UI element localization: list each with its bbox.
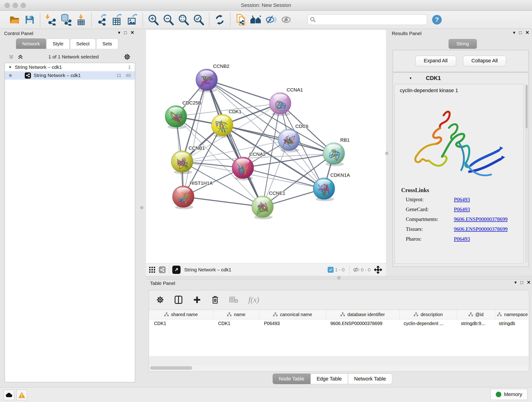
help-button[interactable]: ? bbox=[432, 15, 442, 25]
expand-all-button[interactable]: Expand All bbox=[415, 56, 456, 66]
results-panel-menu-caret-icon[interactable]: ▾ bbox=[513, 30, 515, 35]
birdseye-view-icon[interactable] bbox=[149, 267, 155, 273]
table-horizontal-scrollbar[interactable] bbox=[149, 366, 528, 370]
control-panel-menu-caret-icon[interactable]: ▾ bbox=[118, 30, 120, 35]
tab-edge-table[interactable]: Edge Table bbox=[310, 374, 348, 384]
collection-caret-icon[interactable]: ▼ bbox=[8, 65, 12, 69]
network-options-gear-icon[interactable] bbox=[124, 53, 131, 60]
collapse-all-networks-icon[interactable] bbox=[8, 54, 14, 60]
table-panel-close-icon[interactable]: ✕ bbox=[527, 280, 531, 285]
export-image-button[interactable] bbox=[126, 14, 138, 26]
memory-button[interactable]: Memory bbox=[491, 389, 527, 400]
table-row[interactable]: CDK1CDK1P064939606.ENSP00000378699cyclin… bbox=[149, 319, 529, 327]
expand-all-networks-icon[interactable] bbox=[17, 54, 23, 60]
open-session-button[interactable] bbox=[8, 14, 20, 26]
table-cell[interactable]: CDK1 bbox=[149, 321, 213, 326]
control-panel-float-icon[interactable]: □ bbox=[124, 30, 127, 35]
results-scrollbar[interactable] bbox=[525, 85, 528, 263]
table-cell[interactable]: CDK1 bbox=[213, 321, 259, 326]
warnings-button[interactable] bbox=[17, 390, 27, 400]
network-node-ccnb2[interactable]: CCNB2 bbox=[196, 64, 229, 92]
table-cell[interactable]: stringdb:9... bbox=[456, 321, 494, 326]
collapse-all-button[interactable]: Collapse All bbox=[463, 56, 506, 66]
network-edges[interactable] bbox=[176, 80, 334, 207]
gene-entry-body: cyclin-dependent kinase 1 bbox=[394, 84, 524, 264]
export-network-button[interactable] bbox=[96, 14, 108, 26]
hidden-eye-slash-icon[interactable] bbox=[353, 266, 360, 273]
delete-table-icon[interactable] bbox=[229, 296, 238, 303]
crosslink-pharos-link[interactable]: P06493 bbox=[454, 236, 470, 242]
network-node-cdkn1a[interactable]: CDKN1A bbox=[313, 172, 350, 201]
gene-entry-header[interactable]: ▼ CDK1 bbox=[393, 73, 529, 84]
save-session-button[interactable] bbox=[24, 14, 36, 26]
import-network-file-button[interactable] bbox=[45, 14, 57, 26]
network-node-cdk1[interactable]: CDK1 bbox=[211, 109, 241, 138]
network-node-ccnb1[interactable]: CCNB1 bbox=[171, 145, 205, 174]
tab-string[interactable]: String bbox=[449, 39, 477, 49]
cloud-status-button[interactable] bbox=[4, 390, 14, 400]
network-node-rb1[interactable]: RB1 bbox=[323, 137, 350, 166]
network-node-hist1h1a[interactable]: HIST1H1A bbox=[172, 180, 213, 209]
application-window: Session: New Session bbox=[0, 0, 532, 402]
crosslink-compartments-link[interactable]: 9606.ENSP00000378699 bbox=[454, 216, 508, 222]
tab-network[interactable]: Network bbox=[16, 38, 46, 49]
status-bar: Memory bbox=[0, 387, 532, 402]
table-panel-menu-caret-icon[interactable]: ▾ bbox=[514, 280, 517, 285]
zoom-in-button[interactable] bbox=[147, 14, 159, 26]
table-cell[interactable]: 9606.ENSP00000378699 bbox=[325, 321, 399, 326]
column-header-shared-name[interactable]: shared name bbox=[149, 310, 213, 319]
table-panel-title: Table Panel bbox=[150, 281, 175, 286]
column-header-namespace[interactable]: namespace bbox=[495, 310, 529, 319]
network-row[interactable]: String Network – cdk1 11 48 bbox=[5, 71, 135, 80]
crosslink-uniprot-link[interactable]: P06493 bbox=[454, 197, 470, 203]
show-all-button[interactable] bbox=[280, 14, 292, 26]
column-header-description[interactable]: description bbox=[399, 310, 457, 319]
gene-entry-caret-icon[interactable]: ▼ bbox=[409, 76, 412, 80]
delete-column-trash-icon[interactable] bbox=[211, 296, 219, 304]
crosslink-tissues-link[interactable]: 9606.ENSP00000378699 bbox=[454, 226, 508, 232]
table-options-gear-icon[interactable] bbox=[156, 296, 164, 304]
import-network-database-button[interactable] bbox=[60, 14, 72, 26]
search-input[interactable] bbox=[316, 17, 418, 23]
hide-selected-button[interactable] bbox=[265, 14, 277, 26]
export-network-icon bbox=[96, 14, 108, 26]
tab-network-table[interactable]: Network Table bbox=[348, 374, 392, 384]
network-node-cdc6[interactable]: CDC6 bbox=[278, 123, 308, 153]
zoom-fit-button[interactable] bbox=[177, 14, 190, 26]
open-in-browser-icon[interactable] bbox=[172, 266, 181, 274]
zoom-out-button[interactable] bbox=[162, 14, 174, 26]
network-node-ccna1[interactable]: CCNA1 bbox=[269, 87, 303, 116]
clone-network-button[interactable] bbox=[235, 14, 247, 26]
column-header-canonical-name[interactable]: canonical name bbox=[259, 310, 326, 319]
function-builder-icon[interactable]: f(x) bbox=[248, 295, 259, 304]
tab-sets[interactable]: Sets bbox=[96, 38, 118, 49]
crosslink-genecard-link[interactable]: P06493 bbox=[454, 206, 470, 212]
show-columns-icon[interactable] bbox=[174, 295, 183, 304]
create-column-plus-icon[interactable] bbox=[193, 296, 201, 304]
control-panel-close-icon[interactable]: ✕ bbox=[130, 30, 134, 35]
table-panel-float-icon[interactable]: □ bbox=[520, 280, 523, 285]
splitter-handle[interactable] bbox=[337, 276, 341, 279]
table-cell[interactable]: cyclin-dependent ... bbox=[399, 321, 456, 326]
import-table-button[interactable] bbox=[75, 14, 87, 26]
fit-selected-crosshair-icon[interactable] bbox=[374, 266, 382, 274]
column-header-database-identifier[interactable]: database identifier bbox=[326, 310, 399, 319]
selected-checkbox-icon[interactable] bbox=[328, 267, 334, 273]
control-panel-splitter-handle[interactable] bbox=[140, 206, 143, 209]
table-cell[interactable]: P06493 bbox=[259, 321, 325, 326]
tab-node-table[interactable]: Node Table bbox=[273, 374, 310, 384]
zoom-selected-button[interactable] bbox=[193, 14, 205, 26]
refresh-view-button[interactable] bbox=[214, 14, 226, 26]
results-panel-close-icon[interactable]: ✕ bbox=[525, 30, 529, 35]
column-header--id[interactable]: @id bbox=[457, 310, 495, 319]
results-panel-float-icon[interactable]: □ bbox=[519, 30, 522, 35]
network-collection-row[interactable]: ▼ String Network – cdk1 1 bbox=[5, 63, 135, 71]
tab-select[interactable]: Select bbox=[70, 38, 96, 49]
network-canvas[interactable]: CCNB2CCNA1CDC25BCDK1CDC6RB1CCNB1CCNA2CDK… bbox=[146, 30, 386, 263]
table-cell[interactable]: stringdb bbox=[494, 321, 529, 326]
network-share-toggle-icon[interactable] bbox=[159, 266, 166, 273]
export-table-button[interactable] bbox=[111, 14, 123, 26]
first-neighbors-button[interactable] bbox=[250, 14, 262, 26]
tab-style[interactable]: Style bbox=[46, 38, 70, 49]
column-header-name[interactable]: name bbox=[213, 310, 259, 319]
